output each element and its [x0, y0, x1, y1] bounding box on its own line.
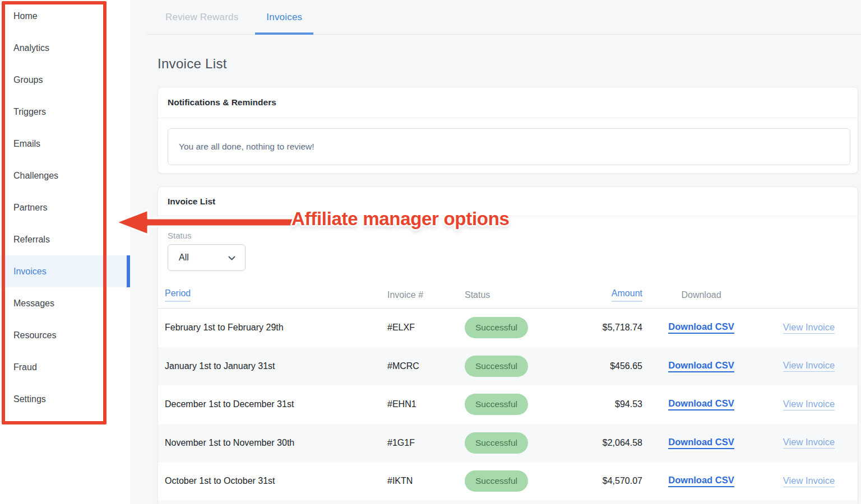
column-header-download: Download	[642, 290, 760, 300]
sidebar-item-label: Invoices	[13, 267, 47, 277]
invoice-number-cell: #ELXF	[387, 323, 465, 333]
sidebar-item-label: Challenges	[13, 171, 58, 181]
sidebar-item-fraud[interactable]: Fraud	[0, 351, 130, 383]
sidebar-item-label: Partners	[13, 203, 47, 213]
download-csv-link[interactable]: Download CSV	[668, 475, 734, 487]
status-badge: Successful	[465, 432, 528, 454]
view-invoice-link[interactable]: View Invoice	[783, 360, 835, 372]
table-row: December 1st to December 31st #EHN1 Succ…	[158, 385, 858, 424]
sidebar-item-label: Resources	[13, 330, 56, 340]
sidebar-item-analytics[interactable]: Analytics	[0, 32, 130, 64]
download-csv-link[interactable]: Download CSV	[668, 437, 734, 449]
sidebar-item-triggers[interactable]: Triggers	[0, 96, 130, 128]
status-select[interactable]: All	[168, 244, 246, 271]
sidebar-item-challenges[interactable]: Challenges	[0, 160, 130, 192]
sidebar-item-label: Home	[13, 11, 38, 21]
amount-cell: $5,718.74	[566, 323, 642, 333]
sidebar-item-label: Settings	[13, 394, 46, 404]
tab-invoices[interactable]: Invoices	[255, 0, 313, 34]
table-row: November 1st to November 30th #1G1F Succ…	[158, 424, 858, 463]
invoice-table-header: Period Invoice # Status Amount Download	[158, 282, 858, 309]
download-csv-link[interactable]: Download CSV	[668, 398, 734, 410]
table-row: February 1st to February 29th #ELXF Succ…	[158, 309, 858, 347]
annotation-label: Affiliate manager options	[291, 208, 510, 230]
table-row: January 1st to January 31st #MCRC Succes…	[158, 347, 858, 386]
status-badge: Successful	[465, 394, 528, 415]
amount-cell: $94.53	[566, 399, 642, 409]
invoice-table-body: February 1st to February 29th #ELXF Succ…	[158, 309, 858, 504]
notification-message: You are all done, nothing to review!	[168, 128, 850, 165]
invoice-number-cell: #1G1F	[387, 438, 465, 448]
sidebar-item-messages[interactable]: Messages	[0, 287, 130, 319]
status-filter-label: Status	[168, 231, 858, 240]
column-header-amount[interactable]: Amount	[566, 288, 642, 302]
page-title: Invoice List	[158, 56, 227, 72]
sidebar-item-label: Fraud	[13, 362, 37, 372]
sidebar-item-label: Triggers	[13, 107, 46, 117]
sidebar-item-label: Messages	[13, 298, 54, 309]
sidebar-item-partners[interactable]: Partners	[0, 192, 130, 223]
amount-cell: $456.65	[566, 361, 642, 371]
tab-bar: Review RewardsInvoices	[147, 0, 861, 35]
invoice-list-card: Invoice List Status All Period Invoice #…	[158, 186, 858, 504]
status-select-value: All	[179, 253, 189, 263]
main-content: Review RewardsInvoices Invoice List Noti…	[130, 0, 861, 504]
period-cell: October 1st to October 31st	[165, 476, 387, 486]
status-badge: Successful	[465, 356, 528, 377]
column-header-period[interactable]: Period	[165, 288, 387, 302]
view-invoice-link[interactable]: View Invoice	[783, 322, 835, 334]
notifications-card-title: Notifications & Reminders	[158, 87, 858, 118]
sidebar-item-label: Referrals	[13, 235, 50, 245]
amount-cell: $4,570.07	[566, 476, 642, 486]
sidebar-item-home[interactable]: Home	[0, 0, 130, 32]
download-csv-link[interactable]: Download CSV	[668, 321, 734, 334]
amount-cell: $2,064.58	[566, 438, 642, 448]
period-cell: December 1st to December 31st	[165, 399, 387, 409]
view-invoice-link[interactable]: View Invoice	[783, 399, 835, 410]
sidebar-item-settings[interactable]: Settings	[0, 383, 130, 415]
period-cell: February 1st to February 29th	[165, 323, 387, 333]
download-csv-link[interactable]: Download CSV	[668, 360, 734, 372]
sidebar-item-groups[interactable]: Groups	[0, 64, 130, 96]
period-cell: November 1st to November 30th	[165, 438, 387, 448]
table-row	[158, 501, 858, 504]
table-row: October 1st to October 31st #IKTN Succes…	[158, 462, 858, 501]
chevron-down-icon	[228, 256, 235, 261]
column-header-status: Status	[465, 290, 566, 300]
status-badge: Successful	[465, 317, 528, 338]
period-cell: January 1st to January 31st	[165, 361, 387, 371]
invoice-number-cell: #MCRC	[387, 361, 465, 371]
sidebar-item-label: Emails	[13, 139, 40, 149]
column-header-invoice: Invoice #	[387, 290, 465, 300]
sidebar-item-label: Analytics	[13, 43, 49, 53]
sidebar-item-invoices[interactable]: Invoices	[0, 255, 130, 287]
sidebar-item-resources[interactable]: Resources	[0, 319, 130, 351]
tab-review-rewards[interactable]: Review Rewards	[154, 0, 249, 34]
sidebar: Home Analytics Groups Triggers Emails Ch…	[0, 0, 130, 504]
sidebar-item-label: Groups	[13, 75, 43, 85]
view-invoice-link[interactable]: View Invoice	[783, 437, 835, 449]
invoice-number-cell: #EHN1	[387, 399, 465, 409]
view-invoice-link[interactable]: View Invoice	[783, 475, 835, 487]
notifications-card: Notifications & Reminders You are all do…	[158, 87, 858, 174]
invoice-number-cell: #IKTN	[387, 476, 465, 486]
sidebar-item-emails[interactable]: Emails	[0, 128, 130, 160]
sidebar-item-referrals[interactable]: Referrals	[0, 223, 130, 255]
status-badge: Successful	[465, 470, 528, 492]
